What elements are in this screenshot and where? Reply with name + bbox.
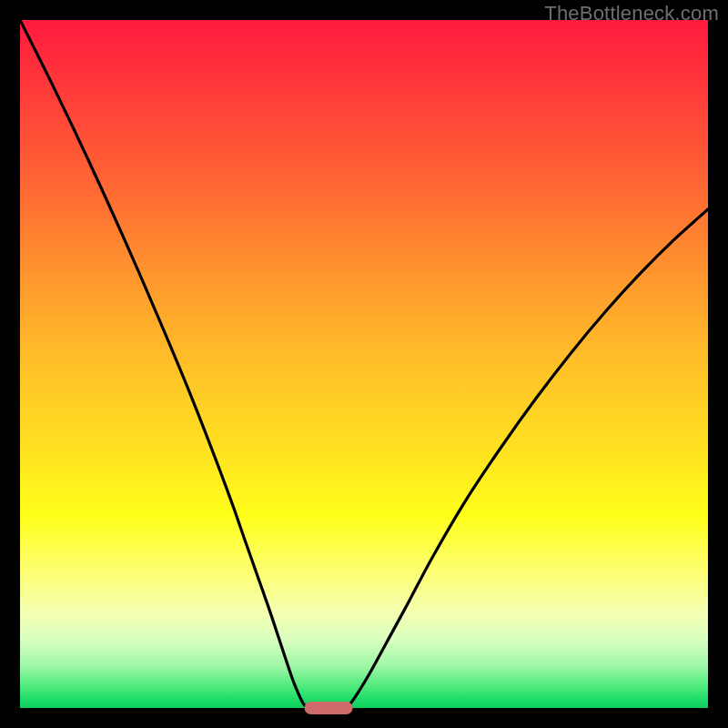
watermark-text: TheBottleneck.com [544, 2, 719, 25]
bottleneck-marker [304, 702, 352, 714]
right-curve [347, 209, 708, 708]
plot-area [20, 20, 708, 708]
chart-frame: TheBottleneck.com [0, 0, 728, 728]
curve-layer [20, 20, 708, 708]
left-curve [20, 20, 308, 708]
